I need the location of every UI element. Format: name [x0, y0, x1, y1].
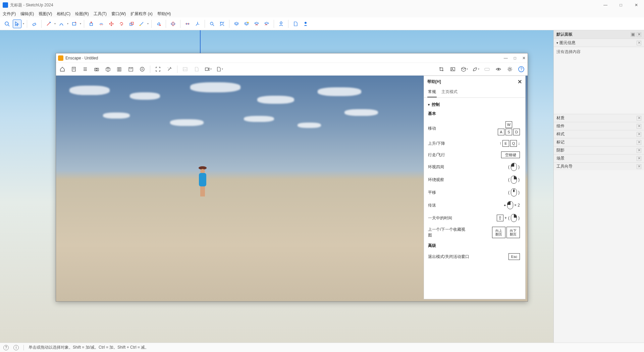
tray-instructor[interactable]: 工具向导✕ [554, 162, 644, 170]
rotate-tool[interactable] [117, 19, 126, 28]
search-icon[interactable] [3, 19, 11, 28]
image-disabled-icon[interactable] [181, 65, 189, 73]
layers2-icon[interactable] [242, 19, 251, 28]
cloud [244, 116, 274, 122]
vr-disabled-icon[interactable] [483, 65, 491, 73]
section-close-icon[interactable]: ✕ [637, 164, 641, 169]
info-icon[interactable]: ? [3, 345, 9, 350]
enscape-title-bar[interactable]: Enscape · Untitled — □ ✕ [56, 53, 528, 63]
enscape-maximize[interactable]: □ [514, 56, 516, 60]
status-bar: ? i 单击或拖动以选择对象。Shift = 加/减。Ctrl = 加。Shif… [0, 343, 644, 352]
menu-edit[interactable]: 编辑(E) [20, 11, 34, 17]
layers-icon[interactable] [232, 19, 241, 28]
library-icon[interactable] [116, 65, 123, 73]
help-close-icon[interactable]: ✕ [518, 79, 522, 85]
menu-file[interactable]: 文件(F) [3, 11, 16, 17]
eraser-tool[interactable] [30, 19, 39, 28]
tray-styles[interactable]: 样式✕ [554, 130, 644, 138]
arc-tool[interactable] [57, 19, 66, 28]
section-close-icon[interactable]: ✕ [637, 148, 641, 153]
orbit-tool[interactable] [169, 19, 177, 28]
tray-shadows[interactable]: 阴影✕ [554, 146, 644, 154]
enscape-close[interactable]: ✕ [522, 56, 526, 60]
tray-title-bar[interactable]: 默认面板 ▣ ✕ [554, 30, 644, 39]
svg-rect-26 [119, 68, 120, 71]
crop-icon[interactable] [438, 65, 445, 73]
enscape-minimize[interactable]: — [504, 56, 508, 60]
layers3-icon[interactable] [252, 19, 261, 28]
box-dropdown-icon[interactable] [461, 65, 468, 73]
camera-icon[interactable] [93, 65, 100, 73]
menu-camera[interactable]: 相机(C) [57, 11, 70, 17]
tray-tags[interactable]: 标记✕ [554, 138, 644, 146]
save-view-icon[interactable] [127, 65, 135, 73]
paint-tool[interactable] [154, 19, 163, 28]
minimize-button[interactable]: — [598, 0, 613, 10]
line-tool[interactable] [44, 19, 53, 28]
document-icon[interactable] [70, 65, 77, 73]
zoom-extents-tool[interactable] [218, 19, 226, 28]
film-icon[interactable] [139, 65, 146, 73]
menu-draw[interactable]: 绘图(R) [75, 11, 89, 17]
video-icon[interactable] [204, 65, 212, 73]
tray-item-label: 场景 [556, 156, 565, 161]
select-tool[interactable] [13, 19, 21, 28]
axes-tool[interactable] [193, 19, 202, 28]
zoom-tool[interactable] [208, 19, 216, 28]
pushpull-tool[interactable] [87, 19, 96, 28]
close-button[interactable]: ✕ [629, 0, 644, 10]
entity-info-header[interactable]: ▾ 图元信息 ✕ [554, 39, 644, 47]
export-dropdown-icon[interactable] [216, 65, 223, 73]
help-icon[interactable]: ? [518, 65, 525, 73]
row-prevnext: 上一个/下一个收藏视图 向上 翻页 向下 翻页 [428, 227, 520, 238]
tray-scenes[interactable]: 场景✕ [554, 154, 644, 162]
tray-components[interactable]: 组件✕ [554, 122, 644, 130]
control-section[interactable]: 控制 [428, 102, 520, 107]
list-icon[interactable] [82, 65, 89, 73]
tape-tool[interactable] [137, 19, 146, 28]
scale-tool[interactable] [127, 19, 136, 28]
menu-view[interactable]: 视图(V) [39, 11, 52, 17]
layers4-icon[interactable] [262, 19, 271, 28]
status-hint: 单击或拖动以选择对象。Shift = 加/减。Ctrl = 加。Shift + … [29, 345, 149, 350]
document-icon[interactable] [291, 19, 300, 28]
settings-icon[interactable] [506, 65, 514, 73]
separator [150, 65, 150, 73]
eye-icon[interactable] [495, 65, 502, 73]
leaf-icon[interactable] [472, 65, 479, 73]
fullscreen-icon[interactable] [154, 65, 162, 73]
picture-icon[interactable] [449, 65, 457, 73]
section-close-icon[interactable]: ✕ [637, 140, 641, 145]
user-icon[interactable] [277, 19, 285, 28]
tray-close-icon[interactable]: ✕ [637, 32, 641, 37]
menu-extensions[interactable]: 扩展程序 (x) [130, 11, 152, 17]
person-icon[interactable] [301, 19, 310, 28]
rectangle-tool[interactable] [70, 19, 78, 28]
chevron-up-icon[interactable]: ︿ [290, 75, 293, 80]
section-close-icon[interactable]: ✕ [637, 132, 641, 137]
maximize-button[interactable]: □ [613, 0, 629, 10]
menu-help[interactable]: 帮助(H) [157, 11, 171, 17]
section-close-icon[interactable]: ✕ [637, 124, 641, 129]
offset-tool[interactable] [97, 19, 106, 28]
tray-materials[interactable]: 材质✕ [554, 114, 644, 122]
move-tool[interactable] [107, 19, 116, 28]
section-tool[interactable] [183, 19, 192, 28]
tab-page-mode[interactable]: 主页模式 [441, 88, 458, 97]
row-label: 移动 [428, 126, 436, 131]
help-body[interactable]: 控制 基本 移动 W A S D 上升/下降 E [424, 98, 525, 299]
tab-general[interactable]: 常规 [427, 88, 437, 97]
menu-bar: 文件(F) 编辑(E) 视图(V) 相机(C) 绘图(R) 工具(T) 窗口(W… [0, 10, 644, 17]
cube-icon[interactable] [104, 65, 112, 73]
help-circle-icon[interactable]: i [13, 345, 19, 350]
section-close-icon[interactable]: ✕ [637, 156, 641, 161]
home-icon[interactable] [59, 65, 66, 73]
enscape-title: Enscape · Untitled [65, 56, 98, 60]
section-close-icon[interactable]: ✕ [637, 116, 641, 121]
magic-icon[interactable] [166, 65, 173, 73]
section-close-icon[interactable]: ✕ [637, 41, 641, 45]
tray-pin-icon[interactable]: ▣ [631, 32, 635, 37]
menu-tools[interactable]: 工具(T) [94, 11, 107, 17]
menu-window[interactable]: 窗口(W) [111, 11, 126, 17]
export-disabled-icon[interactable] [193, 65, 200, 73]
